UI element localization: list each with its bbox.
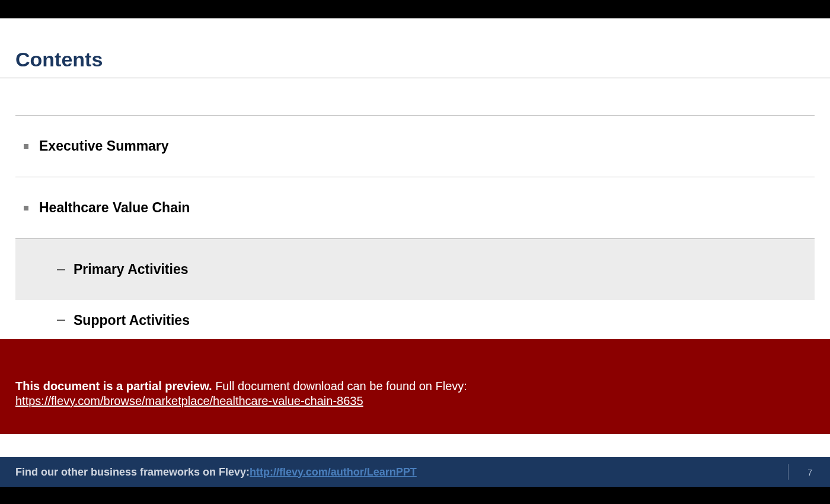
footer-text: Find our other business frameworks on Fl… bbox=[15, 466, 250, 479]
preview-bold-text: This document is a partial preview. bbox=[15, 379, 212, 393]
slide: Contents Executive Summary Healthcare Va… bbox=[0, 18, 830, 487]
bullet-square-icon bbox=[24, 206, 28, 210]
toc-sublabel: Support Activities bbox=[74, 312, 190, 328]
toc-label: Healthcare Value Chain bbox=[39, 200, 190, 216]
title-area: Contents bbox=[15, 48, 815, 77]
toc-item-healthcare-value-chain: Healthcare Value Chain bbox=[15, 177, 815, 238]
toc-sublabel: Primary Activities bbox=[74, 261, 188, 277]
toc-subitem-support-activities: Support Activities bbox=[15, 300, 815, 340]
toc-item-executive-summary: Executive Summary bbox=[15, 115, 815, 177]
preview-rest-text: Full document download can be found on F… bbox=[212, 379, 467, 393]
bullet-dash-icon bbox=[57, 320, 65, 321]
toc-subitem-primary-activities: Primary Activities bbox=[15, 238, 815, 300]
bullet-square-icon bbox=[24, 144, 28, 149]
toc-area: Executive Summary Healthcare Value Chain… bbox=[15, 115, 815, 340]
toc-label: Executive Summary bbox=[39, 138, 169, 154]
footer-link[interactable]: http://flevy.com/author/LearnPPT bbox=[250, 466, 417, 479]
preview-banner: This document is a partial preview. Full… bbox=[0, 339, 830, 434]
page-divider bbox=[788, 464, 788, 480]
page-number: 7 bbox=[807, 468, 812, 477]
footer-bar: Find our other business frameworks on Fl… bbox=[0, 457, 830, 487]
slide-title: Contents bbox=[15, 48, 815, 77]
bullet-dash-icon bbox=[57, 269, 65, 270]
preview-message: This document is a partial preview. Full… bbox=[15, 379, 815, 393]
title-underline bbox=[0, 78, 830, 78]
preview-link[interactable]: https://flevy.com/browse/marketplace/hea… bbox=[15, 394, 363, 408]
